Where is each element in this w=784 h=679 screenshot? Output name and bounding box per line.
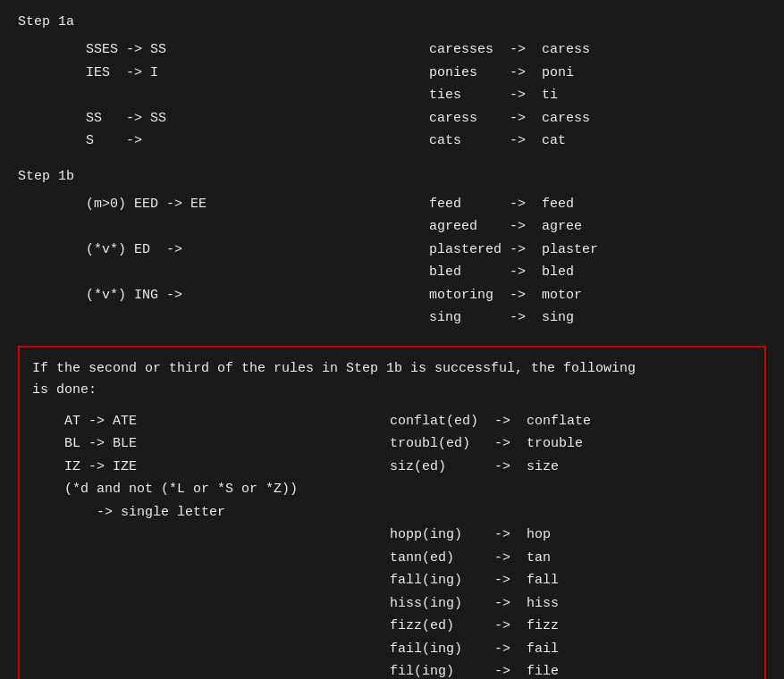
step1b-section: Step 1b (m>0) EED -> EE (*v*) ED -> (*v*…	[18, 169, 766, 330]
boxed-section: If the second or third of the rules in S…	[18, 346, 766, 680]
rule-spacer1b1	[54, 215, 429, 239]
ex-siz: siz(ed) -> size	[390, 456, 752, 479]
box-spacer5	[32, 615, 390, 638]
ex-hiss: hiss(ing) -> hiss	[390, 592, 752, 616]
rule-ies: IES -> I	[54, 62, 429, 85]
step1b-right: feed -> feed agreed -> agree plastered -…	[429, 193, 766, 330]
step1a-left: SSES -> SS IES -> I SS -> SS S ->	[54, 38, 429, 153]
box-intro-text: If the second or third of the rules in S…	[32, 358, 752, 401]
ex-fil: fil(ing) -> file	[390, 660, 752, 679]
rule-spacer1a	[54, 84, 429, 107]
ex-troubl: troubl(ed) -> trouble	[390, 432, 752, 456]
box-right-spacer1	[390, 478, 752, 501]
rule-ing: (*v*) ING ->	[54, 284, 429, 307]
step1a-header: Step 1a	[18, 14, 766, 29]
rule-spacer1b2	[54, 261, 429, 284]
box-spacer7	[32, 660, 390, 679]
box-rule-at: AT -> ATE	[32, 410, 390, 433]
rule-eed: (m>0) EED -> EE	[54, 193, 429, 216]
rule-ss: SS -> SS	[54, 107, 429, 130]
step1b-left: (m>0) EED -> EE (*v*) ED -> (*v*) ING ->	[54, 193, 429, 330]
box-rule-iz: IZ -> IZE	[32, 456, 390, 479]
ex-hopp: hopp(ing) -> hop	[390, 524, 752, 547]
ex-bled: bled -> bled	[429, 261, 766, 284]
box-rule-single: -> single letter	[32, 501, 390, 524]
step1b-rules: (m>0) EED -> EE (*v*) ED -> (*v*) ING ->…	[18, 193, 766, 330]
step1a-section: Step 1a SSES -> SS IES -> I SS -> SS S -…	[18, 14, 766, 153]
box-spacer3	[32, 569, 390, 592]
rule-sses: SSES -> SS	[54, 38, 429, 62]
box-spacer2	[32, 547, 390, 570]
ex-ties: ties -> ti	[429, 84, 766, 107]
box-right-spacer2	[390, 501, 752, 524]
ex-fail: fail(ing) -> fail	[390, 638, 752, 661]
step1a-rules: SSES -> SS IES -> I SS -> SS S -> caress…	[18, 38, 766, 153]
step1b-header: Step 1b	[18, 169, 766, 184]
ex-caress: caress -> caress	[429, 107, 766, 130]
rule-ed: (*v*) ED ->	[54, 239, 429, 262]
box-spacer4	[32, 592, 390, 616]
box-rule-bl: BL -> BLE	[32, 432, 390, 456]
ex-motoring: motoring -> motor	[429, 284, 766, 307]
ex-conflat: conflat(ed) -> conflate	[390, 410, 752, 433]
ex-sing: sing -> sing	[429, 306, 766, 330]
ex-ponies: ponies -> poni	[429, 62, 766, 85]
ex-tann: tann(ed) -> tan	[390, 547, 752, 570]
ex-plastered: plastered -> plaster	[429, 239, 766, 262]
step1a-right: caresses -> caress ponies -> poni ties -…	[429, 38, 766, 153]
box-rule-d: (*d and not (*L or *S or *Z))	[32, 478, 390, 501]
ex-fall: fall(ing) -> fall	[390, 569, 752, 592]
box-rules: AT -> ATE BL -> BLE IZ -> IZE (*d and no…	[32, 410, 752, 680]
box-spacer6	[32, 638, 390, 661]
ex-fizz: fizz(ed) -> fizz	[390, 615, 752, 638]
rule-s: S ->	[54, 130, 429, 153]
box-spacer1	[32, 524, 390, 547]
ex-cats: cats -> cat	[429, 130, 766, 153]
ex-caresses: caresses -> caress	[429, 38, 766, 62]
ex-feed: feed -> feed	[429, 193, 766, 216]
ex-agreed: agreed -> agree	[429, 215, 766, 239]
box-left-col: AT -> ATE BL -> BLE IZ -> IZE (*d and no…	[32, 410, 390, 680]
box-right-col: conflat(ed) -> conflate troubl(ed) -> tr…	[390, 410, 752, 680]
